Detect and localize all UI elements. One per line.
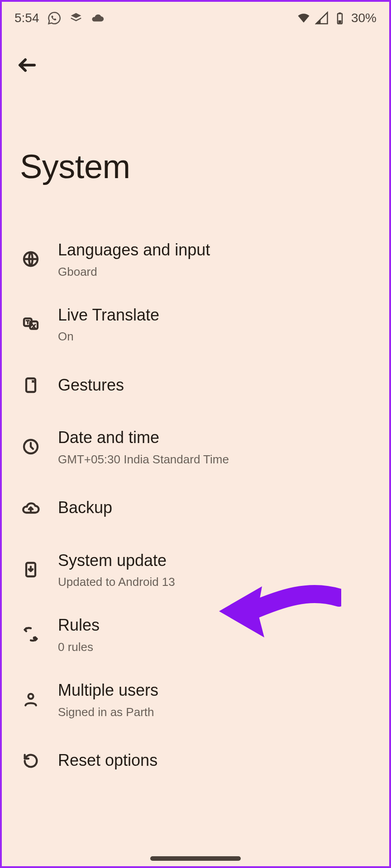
status-right: 30% [297, 11, 377, 25]
layers-icon [69, 11, 83, 25]
item-subtitle: 0 rules [58, 640, 380, 654]
gestures-icon [20, 374, 42, 396]
clock-icon [20, 436, 42, 458]
item-title: Multiple users [58, 679, 380, 702]
rules-icon [20, 623, 42, 645]
globe-icon [20, 248, 42, 270]
svg-point-10 [29, 694, 33, 699]
battery-icon [333, 11, 347, 25]
item-subtitle: Updated to Android 13 [58, 575, 380, 589]
item-title: Date and time [58, 427, 380, 449]
status-bar: 5:54 30% [2, 2, 389, 34]
item-title: Gestures [58, 374, 380, 396]
arrow-left-icon [16, 54, 38, 76]
back-button[interactable] [13, 51, 42, 80]
person-icon [20, 689, 42, 710]
battery-percent: 30% [351, 11, 377, 25]
item-subtitle: Signed in as Parth [58, 705, 380, 719]
item-rules[interactable]: Rules 0 rules [20, 602, 380, 667]
item-title: Live Translate [58, 304, 380, 326]
item-title: Rules [58, 614, 380, 637]
cloud-upload-icon [20, 497, 42, 519]
item-subtitle: GMT+05:30 India Standard Time [58, 453, 380, 467]
item-subtitle: On [58, 330, 380, 344]
wifi-icon [297, 11, 310, 25]
status-left: 5:54 [14, 11, 105, 25]
item-backup[interactable]: Backup [20, 479, 380, 537]
item-gestures[interactable]: Gestures [20, 356, 380, 414]
item-date-and-time[interactable]: Date and time GMT+05:30 India Standard T… [20, 414, 380, 479]
item-live-translate[interactable]: Live Translate On [20, 292, 380, 357]
item-multiple-users[interactable]: Multiple users Signed in as Parth [20, 667, 380, 732]
reset-icon [20, 750, 42, 772]
settings-list: Languages and input Gboard Live Translat… [2, 226, 389, 790]
status-time: 5:54 [14, 11, 39, 25]
toolbar [2, 34, 389, 80]
signal-icon [315, 11, 329, 25]
nav-handle[interactable] [150, 856, 241, 861]
cloud-icon [91, 11, 105, 25]
translate-icon [20, 313, 42, 335]
item-subtitle: Gboard [58, 265, 380, 279]
item-title: Languages and input [58, 239, 380, 261]
page-title: System [2, 80, 389, 226]
item-title: Reset options [58, 750, 380, 772]
svg-point-9 [33, 637, 36, 640]
item-title: Backup [58, 497, 380, 519]
whatsapp-icon [48, 11, 61, 25]
item-system-update[interactable]: System update Updated to Android 13 [20, 537, 380, 602]
item-reset-options[interactable]: Reset options [20, 732, 380, 790]
item-title: System update [58, 550, 380, 572]
item-languages-and-input[interactable]: Languages and input Gboard [20, 226, 380, 292]
svg-rect-2 [339, 20, 341, 23]
svg-rect-1 [339, 13, 341, 14]
system-update-icon [20, 559, 42, 580]
